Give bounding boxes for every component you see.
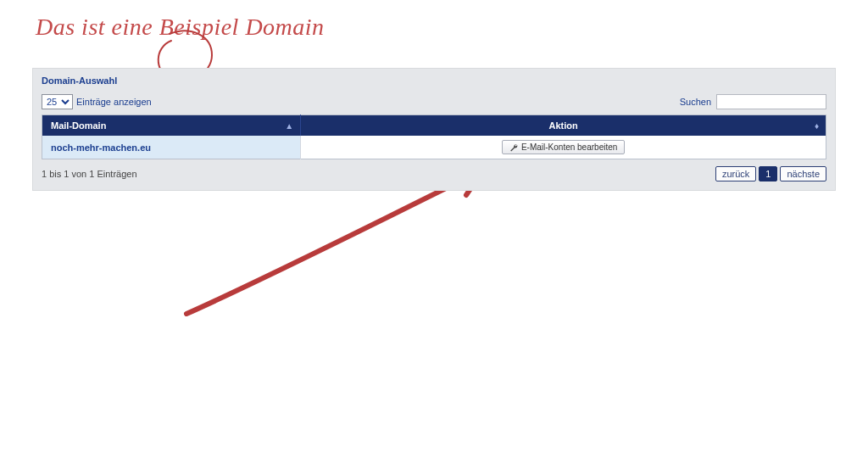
pager-page-1-button[interactable]: 1 [759, 166, 777, 181]
column-header-label: Mail-Domain [51, 120, 106, 131]
table-header-row: Mail-Domain ▲ Aktion ♦ [42, 115, 826, 137]
column-header-mail-domain[interactable]: Mail-Domain ▲ [42, 115, 301, 137]
domain-selection-panel: Domain-Auswahl 25 Einträge anzeigen Such… [32, 68, 836, 191]
length-label: Einträge anzeigen [76, 97, 152, 107]
length-control: 25 Einträge anzeigen [42, 94, 152, 109]
table-row: noch-mehr-machen.eu E-Mail-Konten bearbe… [42, 136, 826, 159]
column-header-action[interactable]: Aktion ♦ [301, 115, 826, 137]
length-select[interactable]: 25 [42, 94, 73, 109]
cell-action: E-Mail-Konten bearbeiten [301, 136, 826, 159]
controls-bar: 25 Einträge anzeigen Suchen [42, 94, 826, 109]
search-input[interactable] [716, 94, 826, 109]
handwritten-annotation: Das ist eine Beispiel Domain [36, 15, 325, 39]
table-info: 1 bis 1 von 1 Einträgen [42, 169, 137, 179]
domain-table: Mail-Domain ▲ Aktion ♦ noch-mehr-machen.… [42, 114, 826, 159]
wrench-icon [509, 143, 518, 152]
search-control: Suchen [680, 94, 826, 109]
edit-email-accounts-button[interactable]: E-Mail-Konten bearbeiten [502, 140, 625, 154]
edit-button-label: E-Mail-Konten bearbeiten [521, 142, 617, 152]
pagination: zurück 1 nächste [715, 166, 826, 181]
sort-both-icon: ♦ [815, 121, 819, 131]
search-label: Suchen [680, 97, 711, 107]
table-footer: 1 bis 1 von 1 Einträgen zurück 1 nächste [42, 166, 826, 181]
pager-prev-button[interactable]: zurück [715, 166, 756, 181]
cell-mail-domain[interactable]: noch-mehr-machen.eu [42, 136, 301, 159]
column-header-label: Aktion [549, 120, 578, 131]
panel-title: Domain-Auswahl [42, 75, 826, 86]
sort-asc-icon: ▲ [285, 121, 293, 131]
pager-next-button[interactable]: nächste [780, 166, 826, 181]
